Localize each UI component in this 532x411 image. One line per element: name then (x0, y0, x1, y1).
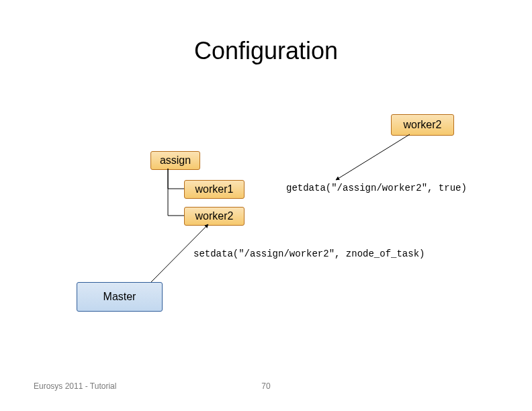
node-assign: assign (150, 151, 200, 170)
node-worker2-child: worker2 (184, 207, 245, 226)
node-worker1: worker1 (184, 180, 245, 199)
node-worker2-client: worker2 (391, 114, 454, 136)
code-getdata: getdata("/assign/worker2", true) (286, 183, 467, 193)
page-number: 70 (0, 381, 532, 391)
node-master: Master (77, 282, 163, 312)
code-setdata: setdata("/assign/worker2", znode_of_task… (193, 248, 425, 259)
slide-title: Configuration (0, 37, 532, 65)
